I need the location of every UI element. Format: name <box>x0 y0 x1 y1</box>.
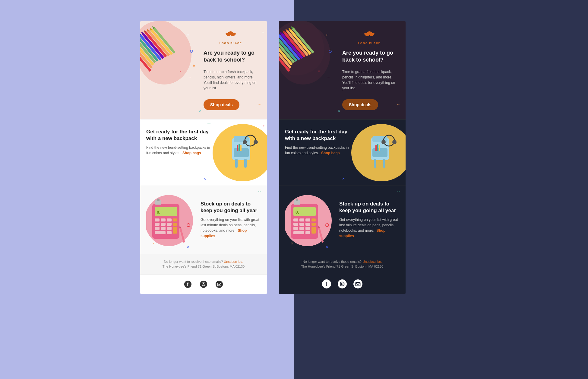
svg-text:0.: 0. <box>157 210 160 215</box>
footer-light: No longer want to receive these emails? … <box>140 254 267 274</box>
svg-rect-61 <box>157 199 160 201</box>
svg-point-70 <box>216 281 223 288</box>
svg-rect-132 <box>296 199 298 201</box>
backpack-title-light: Get ready for the first day with a new b… <box>146 129 213 142</box>
shop-deals-button-light[interactable]: Shop deals <box>204 99 239 110</box>
svg-rect-49 <box>161 223 166 226</box>
svg-rect-39 <box>240 145 242 151</box>
footer-address-light: The Honeybee's Friend 71 Green St Bostom… <box>146 265 261 268</box>
stockup-image-light: 0. <box>146 192 194 248</box>
svg-rect-44 <box>155 218 160 221</box>
svg-rect-108 <box>375 145 377 151</box>
shop-bags-link-dark[interactable]: Shop bags <box>321 151 340 155</box>
unsubscribe-link-light[interactable]: Unsubscribe. <box>224 260 243 263</box>
stockup-section-dark: 0. <box>279 186 406 254</box>
stockup-body-text-light: Get everything on your list with great l… <box>201 218 259 233</box>
hero-title-dark: Are you ready to go back to school? <box>342 49 397 64</box>
svg-rect-54 <box>167 227 172 230</box>
logo-text-light: LOGO PLACE <box>220 42 242 45</box>
svg-rect-118 <box>311 218 316 221</box>
deco-x-1-dark: × <box>338 108 340 113</box>
svg-text:0.: 0. <box>296 210 299 215</box>
svg-rect-125 <box>305 227 310 230</box>
svg-point-106 <box>381 140 386 144</box>
stockup-body-dark: Get everything on your list with great l… <box>339 217 400 239</box>
deco-circle2-light: ○ <box>263 124 264 127</box>
calculator-svg-dark: 0. <box>285 192 333 248</box>
yellow-blob-svg-dark <box>342 119 406 186</box>
email-icon-dark[interactable] <box>353 279 363 289</box>
svg-rect-127 <box>293 231 304 234</box>
hero-title-light: Are you ready to go back to school? <box>204 49 258 64</box>
svg-rect-51 <box>173 223 177 226</box>
footer-address-dark: The Honeybee's Friend 71 Green St Bostom… <box>285 265 400 268</box>
svg-rect-57 <box>167 231 172 234</box>
svg-rect-122 <box>311 223 316 226</box>
unsubscribe-link-dark[interactable]: Unsubscribe. <box>362 260 382 263</box>
svg-rect-126 <box>311 227 316 234</box>
backpack-text-light: Get ready for the first day with a new b… <box>146 126 213 156</box>
hero-light: + × ~ LOGO PLACE Are you ready to go <box>140 21 267 119</box>
svg-point-107 <box>392 140 397 144</box>
stockup-title-dark: Stock up on deals to keep you going all … <box>339 201 400 214</box>
hero-body-light: Time to grab a fresh backpack, pencils, … <box>204 69 258 91</box>
svg-point-140 <box>344 282 344 282</box>
shop-bags-link-light[interactable]: Shop bags <box>182 151 201 155</box>
shop-deals-button-dark[interactable]: Shop deals <box>342 99 378 110</box>
svg-text:×: × <box>291 241 293 246</box>
backpack-title-dark: Get ready for the first day with a new b… <box>285 129 351 142</box>
deco-x-backpack-dark: × <box>342 176 345 181</box>
deco-squiggle-light: ~ <box>258 102 261 107</box>
hero-content-light: LOGO PLACE Are you ready to go back to s… <box>140 21 267 119</box>
stockup-section-light: 0. <box>140 186 267 254</box>
deco-x-1-light: × <box>199 108 201 113</box>
svg-rect-110 <box>379 145 380 151</box>
deco-x-backpack-light: × <box>204 176 206 181</box>
svg-point-69 <box>205 282 205 283</box>
content-wrapper: + × ~ LOGO PLACE Are you ready to go <box>128 9 460 306</box>
deco-x2-light: × <box>187 244 189 249</box>
calculator-svg-light: 0. <box>146 192 194 248</box>
stockup-text-light: Stock up on deals to keep you going all … <box>198 201 261 239</box>
deco-squiggle-dark: ~ <box>397 102 400 107</box>
svg-rect-53 <box>161 227 166 230</box>
deco-swirl2-dark: ⌒ <box>396 190 400 196</box>
logo-text-dark: LOGO PLACE <box>358 42 381 45</box>
svg-rect-46 <box>167 218 172 221</box>
instagram-icon-light[interactable] <box>199 279 208 289</box>
svg-rect-124 <box>299 227 304 230</box>
svg-rect-37 <box>237 145 238 151</box>
facebook-icon-light[interactable]: f <box>183 279 193 289</box>
svg-rect-119 <box>293 223 298 226</box>
svg-rect-116 <box>299 218 304 221</box>
svg-rect-131 <box>294 200 300 205</box>
svg-rect-47 <box>173 218 177 221</box>
stockup-text-dark: Stock up on deals to keep you going all … <box>336 201 400 239</box>
deco-swirl-light: ⌒ <box>207 123 210 128</box>
stockup-image-dark: 0. <box>285 192 333 248</box>
facebook-icon-dark[interactable]: f <box>322 279 331 289</box>
svg-rect-32 <box>235 159 238 168</box>
svg-rect-117 <box>305 218 310 221</box>
svg-rect-120 <box>299 223 304 226</box>
svg-rect-55 <box>173 227 177 234</box>
svg-rect-60 <box>155 200 161 205</box>
hero-content-dark: LOGO PLACE Are you ready to go back to s… <box>279 21 406 119</box>
backpack-section-dark: Get ready for the first day with a new b… <box>279 119 406 186</box>
backpack-section-light: Get ready for the first day with a new b… <box>140 119 267 186</box>
svg-point-66 <box>200 281 207 288</box>
stockup-body-light: Get everything on your list with great l… <box>201 217 261 239</box>
svg-rect-123 <box>293 227 298 230</box>
logo-area-dark: LOGO PLACE <box>342 30 397 45</box>
svg-text:×: × <box>152 241 154 246</box>
instagram-icon-dark[interactable] <box>337 279 347 289</box>
svg-rect-48 <box>155 223 160 226</box>
svg-point-35 <box>243 140 247 144</box>
stockup-body-text-dark: Get everything on your list with great l… <box>339 218 398 233</box>
logo-area-light: LOGO PLACE <box>204 30 258 45</box>
svg-rect-33 <box>244 159 247 168</box>
deco-x2-dark: × <box>326 244 328 249</box>
footer-dark: No longer want to receive these emails? … <box>279 254 406 274</box>
email-icon-light[interactable] <box>214 279 224 289</box>
svg-text:f: f <box>187 282 188 287</box>
